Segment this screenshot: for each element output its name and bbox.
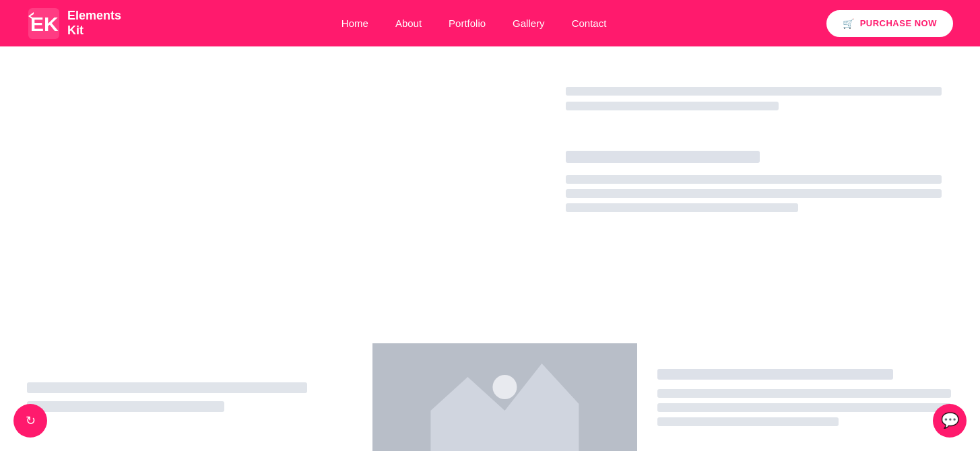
refresh-icon: ↻ <box>26 413 36 428</box>
skeleton-line-5 <box>566 203 798 212</box>
bottom-skeleton-line-2 <box>27 401 224 412</box>
svg-text:K: K <box>44 13 59 35</box>
logo-icon: E K <box>27 7 61 40</box>
bottom-right-line-3 <box>657 417 839 426</box>
cart-icon: 🛒 <box>843 18 855 29</box>
bottom-row <box>0 343 980 451</box>
svg-text:E: E <box>30 13 44 35</box>
bottom-right-line-1 <box>657 389 951 398</box>
logo[interactable]: E K Elements Kit <box>27 7 121 40</box>
bottom-left-text <box>0 343 372 451</box>
navbar: E K Elements Kit Home About Portfolio Ga… <box>0 0 980 46</box>
logo-text: Elements Kit <box>67 9 121 38</box>
nav-item-portfolio[interactable]: Portfolio <box>449 18 486 30</box>
skeleton-title <box>566 151 759 163</box>
bottom-right-line-2 <box>657 403 951 412</box>
mid-skeleton-block <box>566 151 953 212</box>
bottom-right-text <box>637 343 980 451</box>
placeholder-svg <box>372 343 637 451</box>
refresh-button[interactable]: ↻ <box>13 404 47 438</box>
nav-item-gallery[interactable]: Gallery <box>513 18 545 30</box>
chat-button[interactable]: 💬 <box>933 404 967 438</box>
nav-links: Home About Portfolio Gallery Contact <box>341 18 606 30</box>
mid-skeleton-lines <box>566 175 953 212</box>
svg-point-4 <box>492 375 517 399</box>
bottom-right-title <box>657 369 893 380</box>
image-placeholder <box>372 343 637 451</box>
top-skeleton-block <box>566 87 953 110</box>
bottom-skeleton-line-1 <box>27 382 307 393</box>
nav-item-contact[interactable]: Contact <box>572 18 607 30</box>
skeleton-line-2 <box>566 102 779 110</box>
skeleton-line-1 <box>566 87 942 96</box>
nav-item-about[interactable]: About <box>395 18 422 30</box>
skeleton-line-4 <box>566 189 942 198</box>
nav-item-home[interactable]: Home <box>341 18 368 30</box>
purchase-button[interactable]: 🛒 PURCHASE NOW <box>826 10 953 37</box>
skeleton-line-3 <box>566 175 942 184</box>
chat-icon: 💬 <box>941 412 959 429</box>
